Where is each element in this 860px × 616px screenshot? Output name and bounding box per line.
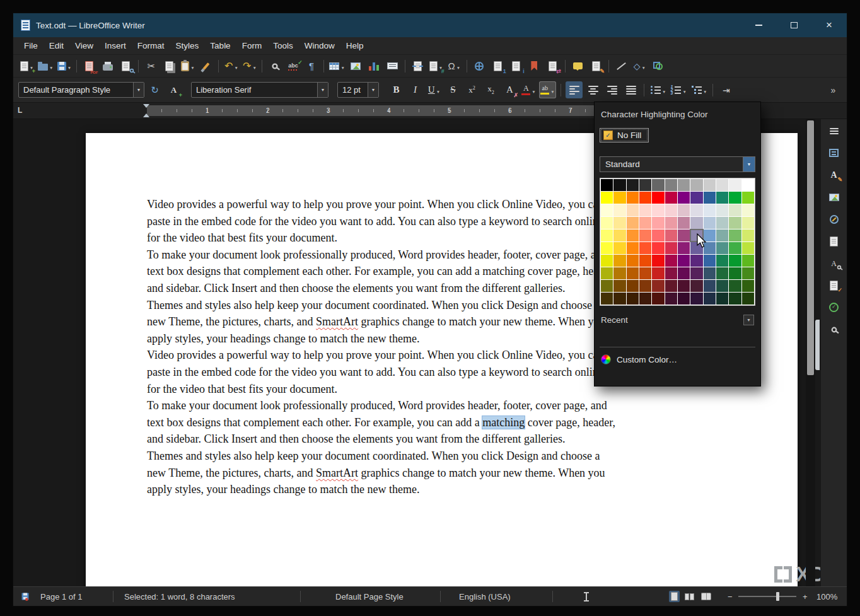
color-swatch[interactable]: [601, 204, 613, 216]
color-swatch[interactable]: [678, 267, 690, 279]
insert-text-box-button[interactable]: [384, 57, 401, 74]
color-swatch[interactable]: [729, 179, 741, 191]
color-swatch[interactable]: [704, 242, 716, 254]
page-style-status[interactable]: Default Page Style: [335, 587, 404, 606]
export-pdf-button[interactable]: PDF: [81, 57, 98, 74]
single-page-view-button[interactable]: [669, 591, 680, 602]
color-swatch[interactable]: [729, 242, 741, 254]
zoom-slider-thumb[interactable]: [776, 592, 779, 601]
palette-select[interactable]: Standard: [600, 156, 755, 172]
color-swatch[interactable]: [652, 255, 664, 267]
insert-footnote-button[interactable]: 1: [489, 57, 506, 74]
close-button[interactable]: ×: [811, 13, 847, 37]
multi-page-view-button[interactable]: [683, 592, 696, 601]
color-swatch[interactable]: [613, 217, 625, 229]
color-swatch[interactable]: [742, 217, 754, 229]
color-swatch[interactable]: [652, 192, 664, 204]
color-swatch[interactable]: [601, 192, 613, 204]
color-swatch[interactable]: [690, 179, 702, 191]
color-swatch[interactable]: [665, 230, 677, 241]
color-swatch[interactable]: [652, 230, 664, 241]
increase-indent-button[interactable]: [718, 81, 735, 98]
menu-form[interactable]: Form: [236, 38, 268, 53]
align-justify-button[interactable]: [622, 81, 639, 98]
insert-endnote-button[interactable]: i: [508, 57, 525, 74]
color-swatch[interactable]: [716, 204, 728, 216]
color-swatch[interactable]: [678, 280, 690, 292]
outline-format-button[interactable]: [690, 81, 708, 98]
color-swatch[interactable]: [678, 179, 690, 191]
color-swatch[interactable]: [613, 192, 625, 204]
color-swatch[interactable]: [627, 242, 639, 254]
paragraph-style-combo[interactable]: Default Paragraph Style: [18, 82, 144, 98]
color-swatch[interactable]: [716, 255, 728, 267]
color-swatch[interactable]: [639, 293, 651, 305]
custom-color-button[interactable]: Custom Color…: [600, 347, 755, 364]
sidebar-deck-styles[interactable]: A✎: [825, 167, 842, 183]
selection-mode-icon[interactable]: [586, 587, 587, 606]
color-swatch[interactable]: [639, 280, 651, 292]
save-dropdown-icon[interactable]: [67, 61, 71, 72]
selection-count-status[interactable]: Selected: 1 word, 8 characters: [124, 587, 235, 606]
insert-page-break-button[interactable]: [409, 57, 426, 74]
color-swatch[interactable]: [742, 230, 754, 241]
color-swatch[interactable]: [729, 217, 741, 229]
color-swatch[interactable]: [601, 217, 613, 229]
italic-button[interactable]: I: [407, 81, 424, 98]
color-swatch[interactable]: [716, 230, 728, 241]
color-swatch[interactable]: [613, 255, 625, 267]
color-swatch[interactable]: [639, 204, 651, 216]
color-swatch[interactable]: [613, 293, 625, 305]
color-swatch[interactable]: [742, 242, 754, 254]
color-swatch[interactable]: [665, 217, 677, 229]
zoom-slider[interactable]: [738, 596, 796, 597]
color-swatch[interactable]: [704, 280, 716, 292]
color-swatch[interactable]: [716, 293, 728, 305]
track-changes-button[interactable]: ✎: [588, 57, 605, 74]
color-swatch[interactable]: [652, 293, 664, 305]
color-swatch[interactable]: [639, 255, 651, 267]
color-swatch[interactable]: [716, 179, 728, 191]
insert-hyperlink-button[interactable]: [471, 57, 488, 74]
menu-styles[interactable]: Styles: [170, 38, 205, 53]
color-swatch[interactable]: [665, 242, 677, 254]
color-swatch[interactable]: [665, 255, 677, 267]
color-swatch[interactable]: [704, 204, 716, 216]
outline-format-dropdown-icon[interactable]: [703, 84, 707, 96]
copy-button[interactable]: [161, 57, 178, 74]
paste-button[interactable]: [179, 57, 196, 74]
page-number-status[interactable]: Page 1 of 1: [40, 587, 83, 606]
color-swatch[interactable]: [716, 280, 728, 292]
find-and-replace-button[interactable]: [266, 57, 283, 74]
save-button[interactable]: [55, 57, 73, 74]
palette-select-arrow-icon[interactable]: [743, 157, 755, 171]
paragraph-style-dropdown-icon[interactable]: [133, 83, 144, 97]
color-swatch[interactable]: [627, 267, 639, 279]
underline-button[interactable]: U: [426, 81, 443, 98]
insert-field-button[interactable]: #: [427, 57, 445, 74]
color-swatch[interactable]: [690, 280, 702, 292]
clone-formatting-button[interactable]: [197, 57, 214, 74]
sidebar-deck-navigator[interactable]: [825, 211, 842, 227]
insert-image-button[interactable]: [347, 57, 364, 74]
zoom-level[interactable]: 100%: [816, 587, 837, 606]
color-swatch[interactable]: [742, 204, 754, 216]
update-style-button[interactable]: ↻: [146, 81, 163, 98]
new-document-button[interactable]: +: [18, 57, 35, 74]
left-indent-marker[interactable]: [143, 110, 149, 117]
color-swatch[interactable]: [665, 280, 677, 292]
print-button[interactable]: [99, 57, 116, 74]
redo-button[interactable]: ↷: [241, 57, 258, 74]
menu-insert[interactable]: Insert: [99, 38, 132, 53]
sidebar-deck-style-inspector[interactable]: A: [825, 255, 842, 271]
sidebar-deck-find[interactable]: [825, 322, 842, 337]
color-swatch[interactable]: [678, 242, 690, 254]
color-swatch[interactable]: [601, 280, 613, 292]
unordered-list-button[interactable]: [649, 81, 667, 98]
color-swatch[interactable]: [613, 267, 625, 279]
color-swatch[interactable]: [627, 179, 639, 191]
color-swatch[interactable]: [652, 204, 664, 216]
color-swatch[interactable]: [652, 267, 664, 279]
color-swatch[interactable]: [690, 204, 702, 216]
color-swatch[interactable]: [678, 192, 690, 204]
